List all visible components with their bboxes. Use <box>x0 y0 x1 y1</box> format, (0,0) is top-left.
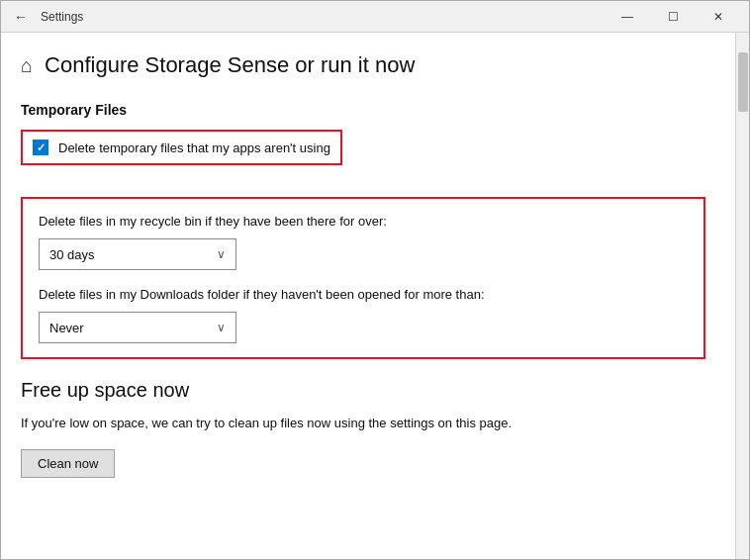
title-bar: ← Settings — ☐ ✕ <box>1 1 749 33</box>
recycle-bin-chevron: ∨ <box>217 247 226 261</box>
recycle-bin-label: Delete files in my recycle bin if they h… <box>39 213 688 231</box>
temporary-files-heading: Temporary Files <box>21 102 705 118</box>
back-button[interactable]: ← <box>9 5 33 29</box>
recycle-bin-value: 30 days <box>49 247 95 262</box>
downloads-chevron: ∨ <box>217 321 226 334</box>
delete-temp-files-text: Delete temporary files that my apps aren… <box>58 140 330 155</box>
recycle-bin-section: Delete files in my recycle bin if they h… <box>39 213 688 270</box>
minimize-button[interactable]: — <box>605 1 650 33</box>
window-title: Settings <box>41 10 605 24</box>
temporary-files-section: Temporary Files Delete temporary files t… <box>21 102 705 359</box>
delete-temp-files-checkbox[interactable] <box>33 140 48 155</box>
clean-now-button[interactable]: Clean now <box>21 449 115 478</box>
downloads-section: Delete files in my Downloads folder if t… <box>39 286 688 343</box>
window-controls: — ☐ ✕ <box>605 1 741 33</box>
home-icon[interactable]: ⌂ <box>21 54 33 77</box>
delete-temp-files-label[interactable]: Delete temporary files that my apps aren… <box>21 130 342 165</box>
page-header: ⌂ Configure Storage Sense or run it now <box>21 52 705 78</box>
recycle-bin-dropdown[interactable]: 30 days ∨ <box>39 238 236 270</box>
page-title: Configure Storage Sense or run it now <box>45 52 415 78</box>
scrollbar[interactable] <box>735 33 749 559</box>
maximize-button[interactable]: ☐ <box>650 1 696 33</box>
free-space-description: If you're low on space, we can try to cl… <box>21 414 705 433</box>
main-content: ⌂ Configure Storage Sense or run it now … <box>1 33 735 559</box>
recycle-downloads-box: Delete files in my recycle bin if they h… <box>21 197 705 359</box>
scrollbar-thumb[interactable] <box>738 52 748 112</box>
close-button[interactable]: ✕ <box>696 1 741 33</box>
settings-window: ← Settings — ☐ ✕ ⌂ Configure Storage Sen… <box>0 0 750 560</box>
checkbox-container: Delete temporary files that my apps aren… <box>21 130 705 181</box>
free-space-section: Free up space now If you're low on space… <box>21 379 705 478</box>
downloads-dropdown[interactable]: Never ∨ <box>39 312 236 343</box>
downloads-label: Delete files in my Downloads folder if t… <box>39 286 688 304</box>
downloads-value: Never <box>49 321 84 335</box>
free-space-heading: Free up space now <box>21 379 705 402</box>
content-area: ⌂ Configure Storage Sense or run it now … <box>1 33 749 559</box>
